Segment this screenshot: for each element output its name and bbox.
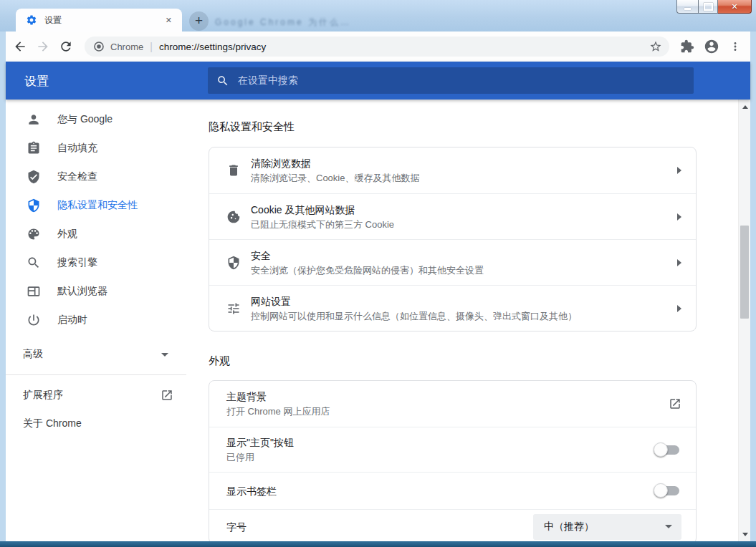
safety-check-icon — [27, 170, 41, 184]
sidebar-item-about-chrome[interactable]: 关于 Chrome — [6, 410, 192, 438]
open-in-new-icon — [161, 389, 173, 402]
search-icon — [216, 74, 229, 87]
chrome-site-icon — [93, 41, 105, 52]
url-text: chrome://settings/privacy — [159, 42, 266, 52]
browser-toolbar: Chrome | chrome://settings/privacy — [6, 32, 750, 62]
sidebar-item-label: 您与 Google — [57, 113, 113, 126]
extensions-puzzle-icon[interactable] — [680, 39, 694, 54]
settings-gear-icon — [26, 14, 37, 26]
row-title: 网站设置 — [251, 294, 677, 309]
arrow-up-icon — [742, 105, 748, 109]
settings-page: 您与 Google 自动填充 安全检查 隐私设置和安全性 外观 — [6, 100, 750, 541]
sidebar-item-label: 外观 — [57, 228, 77, 241]
maximize-icon — [704, 3, 713, 11]
sidebar-item-appearance[interactable]: 外观 — [6, 220, 192, 248]
clear-browsing-data-row[interactable]: 清除浏览数据 清除浏览记录、Cookie、缓存及其他数据 — [209, 147, 696, 193]
bookmark-star-icon[interactable] — [649, 40, 662, 53]
site-settings-row[interactable]: 网站设置 控制网站可以使用和显示什么信息（如位置信息、摄像头、弹出式窗口及其他） — [209, 285, 696, 331]
show-home-button-row: 显示"主页"按钮 已停用 — [209, 427, 696, 472]
vertical-scrollbar[interactable] — [738, 100, 750, 541]
toggle-knob — [654, 483, 668, 498]
trash-icon — [226, 163, 241, 178]
security-row[interactable]: 安全 安全浏览（保护您免受危险网站的侵害）和其他安全设置 — [209, 239, 696, 285]
background-window-title: Google Chrome 为什么… — [215, 16, 351, 29]
chevron-right-icon — [677, 259, 681, 266]
window-controls: ✕ — [676, 0, 752, 14]
toggle-knob — [654, 442, 668, 457]
window-bottom-border — [0, 541, 756, 547]
search-engine-icon — [27, 256, 41, 270]
minimize-button[interactable] — [676, 0, 698, 14]
row-subtitle: 已停用 — [226, 451, 656, 464]
chevron-down-icon — [161, 353, 168, 357]
page-title: 设置 — [24, 73, 49, 89]
bookmarks-bar-toggle[interactable] — [656, 486, 679, 495]
chevron-down-icon — [665, 525, 672, 528]
font-size-row: 字号 中（推荐） — [209, 509, 696, 541]
extensions-label: 扩展程序 — [23, 389, 161, 402]
close-button[interactable]: ✕ — [718, 0, 752, 14]
sidebar-divider — [6, 374, 186, 375]
tune-icon — [226, 301, 241, 316]
sidebar-advanced-toggle[interactable]: 高级 — [6, 340, 192, 369]
default-browser-icon — [27, 284, 41, 299]
scrollbar-thumb[interactable] — [740, 226, 749, 319]
row-subtitle: 打开 Chrome 网上应用店 — [226, 405, 669, 418]
row-subtitle: 已阻止无痕模式下的第三方 Cookie — [251, 218, 677, 231]
sidebar-item-search-engine[interactable]: 搜索引擎 — [6, 248, 192, 277]
menu-dots-icon[interactable] — [729, 40, 742, 53]
profile-avatar-icon[interactable] — [704, 39, 719, 54]
toolbar-actions — [680, 39, 743, 54]
sidebar-item-on-startup[interactable]: 启动时 — [6, 306, 192, 334]
titlebar: 设置 ✕ + Google Chrome 为什么… ✕ — [0, 0, 756, 32]
privacy-card: 清除浏览数据 清除浏览记录、Cookie、缓存及其他数据 Cookie 及其他网… — [209, 147, 697, 331]
cookies-row[interactable]: Cookie 及其他网站数据 已阻止无痕模式下的第三方 Cookie — [209, 193, 696, 239]
shield-icon — [226, 256, 241, 270]
row-title: 字号 — [226, 520, 533, 534]
browser-tab-settings[interactable]: 设置 ✕ — [16, 9, 182, 32]
sidebar-item-autofill[interactable]: 自动填充 — [6, 134, 192, 163]
settings-search-input[interactable]: 在设置中搜索 — [208, 67, 694, 94]
scroll-down-button[interactable] — [739, 528, 750, 540]
row-title: 主题背景 — [226, 389, 669, 404]
appearance-section-heading: 外观 — [209, 354, 697, 368]
sidebar-item-you-and-google[interactable]: 您与 Google — [6, 105, 192, 134]
new-tab-button[interactable]: + — [189, 11, 209, 31]
open-in-new-icon[interactable] — [669, 397, 681, 410]
sidebar-item-extensions[interactable]: 扩展程序 — [6, 381, 192, 410]
cookie-icon — [226, 210, 241, 224]
address-bar[interactable]: Chrome | chrome://settings/privacy — [85, 37, 669, 57]
reload-button[interactable] — [59, 39, 73, 54]
sidebar-item-label: 自动填充 — [57, 142, 97, 155]
back-button[interactable] — [13, 39, 27, 54]
url-separator: | — [150, 41, 153, 52]
row-title: 显示"主页"按钮 — [226, 435, 656, 450]
minimize-icon — [684, 8, 691, 10]
autofill-icon — [27, 141, 41, 155]
scroll-up-button[interactable] — [739, 101, 750, 112]
sidebar-item-privacy-and-security[interactable]: 隐私设置和安全性 — [6, 191, 192, 220]
sidebar-item-label: 隐私设置和安全性 — [57, 199, 138, 212]
settings-content: 隐私设置和安全性 清除浏览数据 清除浏览记录、Cookie、缓存及其他数据 — [209, 100, 697, 541]
forward-button[interactable] — [36, 39, 50, 54]
arrow-down-icon — [742, 533, 748, 536]
theme-row[interactable]: 主题背景 打开 Chrome 网上应用店 — [209, 381, 696, 427]
chevron-right-icon — [677, 305, 681, 312]
row-title: 显示书签栏 — [226, 484, 656, 498]
sidebar-item-safety-check[interactable]: 安全检查 — [6, 163, 192, 191]
browser-window: 设置 ✕ + Google Chrome 为什么… ✕ Chrome | chr… — [0, 0, 756, 547]
sidebar-item-default-browser[interactable]: 默认浏览器 — [6, 277, 192, 306]
font-size-select[interactable]: 中（推荐） — [533, 514, 681, 540]
privacy-section-heading: 隐私设置和安全性 — [209, 120, 697, 134]
power-icon — [27, 313, 41, 327]
advanced-label: 高级 — [23, 348, 161, 361]
tab-close-icon[interactable]: ✕ — [163, 14, 175, 26]
show-bookmarks-bar-row: 显示书签栏 — [209, 472, 696, 509]
maximize-button[interactable] — [698, 0, 718, 14]
row-subtitle: 控制网站可以使用和显示什么信息（如位置信息、摄像头、弹出式窗口及其他） — [251, 310, 677, 323]
sidebar-item-label: 安全检查 — [57, 170, 97, 183]
home-button-toggle[interactable] — [656, 445, 679, 455]
row-subtitle: 安全浏览（保护您免受危险网站的侵害）和其他安全设置 — [251, 264, 677, 277]
sidebar-item-label: 启动时 — [57, 314, 87, 326]
site-label: Chrome — [110, 42, 143, 52]
